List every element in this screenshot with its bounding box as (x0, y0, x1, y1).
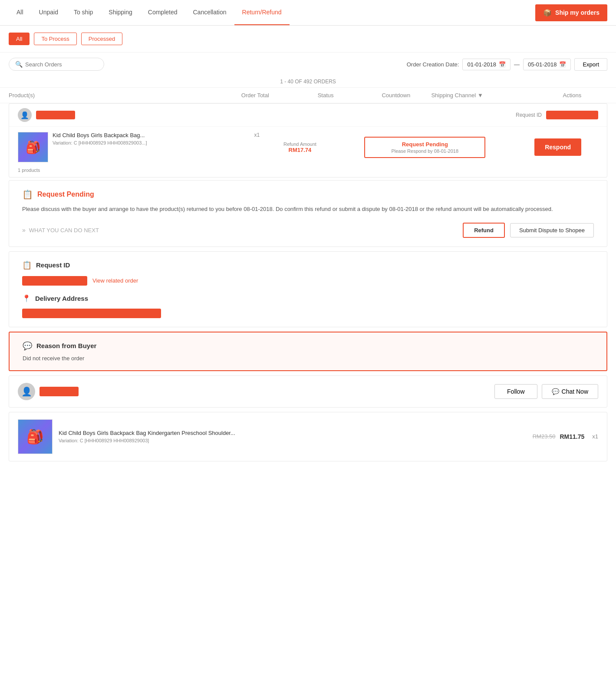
date-filter-label: Order Creation Date: (407, 61, 459, 68)
product-item-info: Kid Child Boys Girls Backpack Bag Kinder… (59, 430, 527, 443)
request-id-section-title: Request ID (36, 261, 70, 269)
product-info: Kid Child Boys Girls Backpack Bag... Var… (18, 132, 260, 162)
col-header-status: Status (290, 92, 361, 99)
product-item-section: Kid Child Boys Girls Backpack Bag Kinder… (9, 412, 607, 461)
refund-amount-col: Refund Amount RM17.74 (260, 141, 340, 153)
product-qty: x1 (254, 132, 260, 138)
product-item-prices: RM23.50 RM11.75 x1 (533, 433, 598, 440)
price-qty: x1 (592, 433, 598, 440)
col-header-countdown: Countdown (361, 92, 431, 99)
calendar-icon-2: 📅 (559, 61, 566, 68)
tab-return-refund[interactable]: Return/Refund (234, 0, 290, 25)
delivery-title-row: 📍 Delivery Address (22, 294, 594, 303)
tab-to-ship[interactable]: To ship (66, 0, 101, 25)
status-box: Request Pending Please Respond by 08-01-… (364, 137, 485, 158)
buyer-section: 👤 Follow 💬 Chat Now (9, 375, 607, 408)
tab-cancellation[interactable]: Cancellation (185, 0, 234, 25)
request-id-value-bar (22, 276, 87, 286)
seller-name-bar (36, 111, 75, 119)
request-pending-icon: 📋 (22, 189, 33, 200)
export-button[interactable]: Export (574, 58, 607, 71)
chevron-double-icon: » (22, 227, 26, 234)
filter-all-button[interactable]: All (9, 33, 30, 45)
search-row: 🔍 Order Creation Date: 01-01-2018 📅 — 05… (0, 53, 616, 76)
filter-to-process-button[interactable]: To Process (34, 33, 76, 45)
search-input[interactable] (25, 61, 98, 68)
tab-all[interactable]: All (9, 0, 31, 25)
request-id-bar (546, 111, 598, 119)
pin-icon: 📍 (22, 294, 31, 303)
col-header-actions: Actions (537, 92, 607, 99)
buyer-avatar: 👤 (18, 383, 35, 400)
tab-shipping[interactable]: Shipping (101, 0, 140, 25)
request-id-icon: 📋 (22, 260, 32, 270)
respond-button[interactable]: Respond (534, 138, 581, 156)
top-navigation: All Unpaid To ship Shipping Completed Ca… (0, 0, 616, 26)
dispute-button[interactable]: Submit Dispute to Shopee (510, 223, 594, 237)
what-next-label: » WHAT YOU CAN DO NEXT (22, 227, 458, 234)
status-pending-box: Request Pending Please Respond by 08-01-… (364, 137, 485, 158)
delivery-address-bar (22, 309, 161, 318)
request-id-section: 📋 Request ID View related order 📍 Delive… (9, 251, 607, 327)
refund-button[interactable]: Refund (463, 223, 505, 238)
table-header: Product(s) Order Total Status Countdown … (0, 88, 616, 103)
search-box[interactable]: 🔍 (9, 58, 104, 71)
refund-label: Refund Amount (260, 141, 340, 147)
col-header-shipping: Shipping Channel ▼ (431, 92, 537, 99)
date-filter: Order Creation Date: 01-01-2018 📅 — 05-0… (407, 58, 607, 71)
tab-completed[interactable]: Completed (140, 0, 185, 25)
status-pending-title: Request Pending (370, 141, 479, 148)
buyer-name-bar (40, 387, 79, 396)
reason-icon: 💬 (23, 341, 32, 351)
request-id-value-row: View related order (22, 276, 594, 286)
filter-bar: All To Process Processed (0, 26, 616, 53)
product-item-row: Kid Child Boys Girls Backpack Bag Kinder… (18, 419, 598, 454)
date-from-input[interactable]: 01-01-2018 📅 (462, 59, 511, 70)
price-current: RM11.75 (560, 433, 584, 440)
product-details: Kid Child Boys Girls Backpack Bag... Var… (53, 132, 246, 145)
seller-avatar: 👤 (18, 108, 32, 122)
order-row: 👤 Request ID Kid Child Boys Girls Backpa… (9, 103, 607, 178)
product-variation: Variation: C [HHH008929 HHH008929003...] (53, 140, 246, 145)
date-to-input[interactable]: 05-01-2018 📅 (523, 59, 571, 70)
product-item-image (18, 419, 53, 454)
reason-from-buyer-section: 💬 Reason from Buyer Did not receive the … (9, 332, 607, 371)
follow-button[interactable]: Follow (494, 384, 537, 399)
col-header-product: Product(s) (9, 92, 220, 99)
col-header-total: Order Total (220, 92, 290, 99)
request-id-label: Request ID (516, 112, 542, 118)
rp-actions-row: » WHAT YOU CAN DO NEXT Refund Submit Dis… (22, 223, 594, 238)
order-item-row: Kid Child Boys Girls Backpack Bag... Var… (9, 127, 607, 168)
chat-now-button[interactable]: 💬 Chat Now (542, 384, 598, 399)
filter-processed-button[interactable]: Processed (81, 33, 122, 45)
ship-icon: 📦 (543, 9, 552, 17)
date-separator: — (514, 61, 520, 68)
reason-text: Did not receive the order (23, 355, 593, 362)
product-item-variation: Variation: C [HHH008929 HHH008929003] (59, 438, 527, 443)
order-row-header: 👤 Request ID (9, 104, 607, 127)
date-to-value: 05-01-2018 (528, 61, 557, 68)
tab-unpaid[interactable]: Unpaid (31, 0, 66, 25)
request-pending-section: 📋 Request Pending Please discuss with th… (9, 180, 607, 247)
date-from-value: 01-01-2018 (467, 61, 496, 68)
price-original: RM23.50 (533, 433, 556, 440)
buyer-row: 👤 Follow 💬 Chat Now (18, 383, 598, 400)
products-count: 1 products (9, 168, 607, 177)
actions-col: Respond (517, 138, 598, 156)
view-related-order-link[interactable]: View related order (92, 277, 138, 284)
rp-title-row: 📋 Request Pending (22, 189, 594, 200)
chat-icon: 💬 (552, 388, 559, 395)
refund-amount: RM17.74 (260, 147, 340, 153)
status-pending-sub: Please Respond by 08-01-2018 (370, 148, 479, 154)
product-image (18, 132, 48, 162)
request-id-title-row: 📋 Request ID (22, 260, 594, 270)
request-pending-title: Request Pending (37, 191, 94, 198)
calendar-icon: 📅 (499, 61, 506, 68)
search-icon: 🔍 (15, 61, 23, 68)
delivery-address-section: 📍 Delivery Address (22, 294, 594, 318)
reason-title-row: 💬 Reason from Buyer (23, 341, 593, 351)
nav-tab-list: All Unpaid To ship Shipping Completed Ca… (9, 0, 535, 25)
product-item-name: Kid Child Boys Girls Backpack Bag Kinder… (59, 430, 527, 436)
chevron-down-icon: ▼ (478, 92, 483, 99)
ship-my-orders-button[interactable]: 📦 Ship my orders (535, 4, 607, 21)
